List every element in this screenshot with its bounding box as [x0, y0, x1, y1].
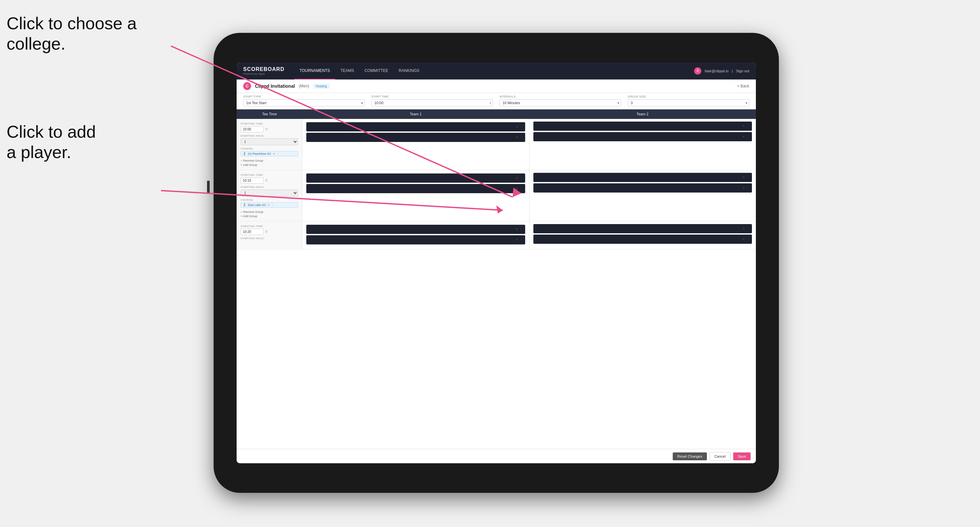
- table-row: STARTING TIME: ⏱ STARTING HOLE: 1: [237, 170, 756, 221]
- start-type-label: Start Type: [243, 95, 365, 98]
- team2-slot-icon-1-0: ✕: [742, 176, 745, 179]
- team2-slot-edit-2-0: ⋮: [746, 227, 749, 230]
- back-button[interactable]: < Back: [737, 84, 749, 88]
- team2-slot-2-0[interactable]: ✕ ⋮: [533, 224, 752, 233]
- team2-slot-2-1[interactable]: ✕ ⋮: [533, 235, 752, 244]
- tournament-name: Clippd Invitational: [255, 83, 295, 89]
- sign-out-link[interactable]: Sign out: [736, 69, 749, 73]
- tournament-gender: (Men): [299, 84, 309, 88]
- navbar: SCOREBOARD Powered by clippd TOURNAMENTS…: [237, 62, 756, 79]
- player-slot-2-1[interactable]: ✕ ⋮: [306, 235, 525, 244]
- team2-slot-0-0[interactable]: ✕ ⋮: [533, 122, 752, 131]
- nav-tournaments[interactable]: TOURNAMENTS: [294, 62, 335, 79]
- bottom-bar: Reset Changes Cancel Save: [237, 449, 756, 463]
- course-tag-remove-1[interactable]: ✕: [267, 204, 270, 207]
- group-starting-hole-field-0: STARTING HOLE: 1: [240, 134, 298, 145]
- starting-time-input-1[interactable]: [240, 178, 264, 184]
- start-time-input-wrapper: ℹ: [371, 99, 493, 106]
- start-time-input[interactable]: [371, 99, 493, 106]
- group-team2-1: ✕ ⋮ ✕ ⋮: [529, 170, 756, 221]
- starting-hole-label-1: STARTING HOLE:: [240, 186, 298, 189]
- team2-slot-1-1[interactable]: ✕ ⋮: [533, 183, 752, 192]
- course-tag-0[interactable]: 🏌 (A) Peachtree GC ✕ ⋮: [240, 151, 298, 156]
- group-size-group: Group Size 3: [628, 95, 749, 106]
- logo-text: SCOREBOARD: [243, 67, 285, 72]
- settings-bar: Start Type 1st Tee Start Start Time ℹ In…: [237, 93, 756, 110]
- hosting-badge: Hosting: [313, 84, 329, 89]
- remove-group-btn-0[interactable]: ○ Remove Group: [240, 159, 298, 162]
- team2-slot-icon-2-0: ✕: [742, 227, 745, 230]
- course-tag-edit-1[interactable]: ⋮: [271, 204, 274, 207]
- tablet-screen: SCOREBOARD Powered by clippd TOURNAMENTS…: [237, 62, 756, 463]
- starting-hole-label-0: STARTING HOLE:: [240, 134, 298, 137]
- course-tag-edit-0[interactable]: ⋮: [276, 152, 279, 156]
- player-slot-1-0[interactable]: ✕ ⋮: [306, 173, 525, 183]
- player-slot-icon-2-0: ✕: [515, 228, 518, 231]
- team2-slot-edit-0-0: ⋮: [746, 124, 749, 128]
- player-slot-edit-0-1: ⋮: [520, 136, 523, 139]
- course-tag-remove-0[interactable]: ✕: [273, 152, 275, 156]
- player-slot-1-1[interactable]: ✕ ⋮: [306, 184, 525, 193]
- team2-slot-edit-1-0: ⋮: [746, 176, 749, 179]
- start-type-select-wrapper: 1st Tee Start: [243, 99, 365, 106]
- player-slot-0-1[interactable]: ✕ ⋮: [306, 133, 525, 142]
- cancel-button[interactable]: Cancel: [710, 452, 730, 460]
- starting-time-input-wrapper-1: ⏱: [240, 178, 298, 184]
- player-slot-icon-0-0: ✕: [515, 125, 518, 129]
- add-group-btn-0[interactable]: + Add Group: [240, 163, 298, 167]
- course-label-1: COURSE:: [240, 198, 298, 202]
- nav-links: TOURNAMENTS TEAMS COMMITTEE RANKINGS: [294, 62, 694, 79]
- remove-group-btn-1[interactable]: ○ Remove Group: [240, 210, 298, 214]
- intervals-select-wrapper: 10 Minutes: [500, 99, 621, 106]
- group-starting-time-field-1: STARTING TIME: ⏱: [240, 173, 298, 184]
- intervals-label: Intervals: [500, 95, 621, 98]
- team2-slot-edit-1-1: ⋮: [746, 186, 749, 190]
- group-starting-time-field-0: STARTING TIME: ⏱: [240, 122, 298, 132]
- team2-slot-edit-2-1: ⋮: [746, 238, 749, 241]
- tablet-device: SCOREBOARD Powered by clippd TOURNAMENTS…: [214, 33, 779, 493]
- nav-teams[interactable]: TEAMS: [335, 62, 359, 79]
- save-button[interactable]: Save: [733, 452, 751, 460]
- group-left-0: STARTING TIME: ⏱ STARTING HOLE: 1: [237, 119, 302, 170]
- starting-time-input-wrapper-0: ⏱: [240, 126, 298, 132]
- starting-time-input-wrapper-2: ⏱: [240, 229, 298, 235]
- start-type-select[interactable]: 1st Tee Start: [243, 99, 365, 106]
- group-left-2: STARTING TIME: ⏱ STARTING HOLE:: [237, 221, 302, 249]
- course-tag-1[interactable]: 🏌 East Lake GC ✕ ⋮: [240, 202, 298, 208]
- th-tee-time: Tee Time: [237, 110, 302, 119]
- player-slot-icon-1-0: ✕: [515, 176, 518, 180]
- starting-time-input-2[interactable]: [240, 229, 264, 235]
- starting-hole-select-1[interactable]: 1: [240, 190, 298, 197]
- nav-rankings[interactable]: RANKINGS: [393, 62, 425, 79]
- starting-time-input-0[interactable]: [240, 126, 264, 132]
- info-icon: ℹ: [490, 101, 491, 105]
- player-slot-0-0[interactable]: ✕ ⋮: [306, 122, 525, 132]
- starting-hole-select-wrapper-0: 1: [240, 138, 298, 145]
- group-course-field-0: COURSE: 🏌 (A) Peachtree GC ✕ ⋮: [240, 147, 298, 156]
- nav-committee[interactable]: COMMITTEE: [359, 62, 393, 79]
- player-slot-edit-0-0: ⋮: [520, 125, 523, 129]
- intervals-select[interactable]: 10 Minutes: [500, 99, 621, 106]
- player-slot-2-0[interactable]: ✕ ⋮: [306, 225, 525, 234]
- group-actions-0: ○ Remove Group + Add Group: [240, 159, 298, 167]
- group-team1-1: ✕ ⋮ ✕ ⋮: [302, 170, 529, 221]
- group-size-select[interactable]: 3: [628, 99, 749, 106]
- nav-right: B blair@clippd.io | Sign out: [694, 67, 749, 75]
- team2-slot-1-0[interactable]: ✕ ⋮: [533, 173, 752, 182]
- team2-slot-icon-2-1: ✕: [742, 238, 745, 241]
- player-slot-edit-1-0: ⋮: [520, 176, 523, 180]
- group-size-select-wrapper: 3: [628, 99, 749, 106]
- group-team2-0: ✕ ⋮ ✕ ⋮: [529, 119, 756, 170]
- reset-changes-button[interactable]: Reset Changes: [673, 452, 707, 460]
- team2-slot-0-1[interactable]: ✕ ⋮: [533, 132, 752, 141]
- team2-slot-icon-0-0: ✕: [742, 124, 745, 128]
- group-size-label: Group Size: [628, 95, 749, 98]
- start-time-group: Start Time ℹ: [371, 95, 493, 106]
- user-email: blair@clippd.io: [705, 69, 728, 73]
- add-group-btn-1[interactable]: + Add Group: [240, 214, 298, 218]
- starting-hole-select-0[interactable]: 1: [240, 138, 298, 145]
- player-slot-edit-1-1: ⋮: [520, 187, 523, 190]
- group-starting-time-field-2: STARTING TIME: ⏱: [240, 225, 298, 235]
- clock-icon-2: ⏱: [265, 230, 268, 233]
- tablet-side-button: [207, 181, 210, 194]
